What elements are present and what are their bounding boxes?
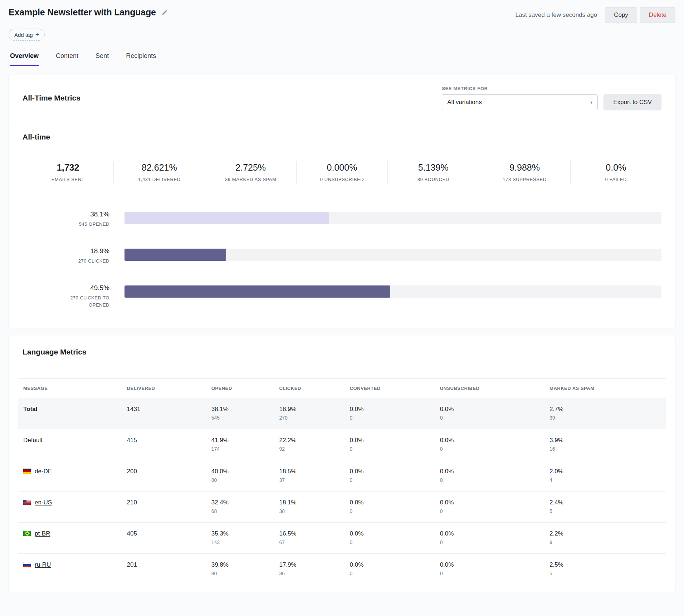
- cell-percent: 38.1%: [211, 406, 269, 413]
- cell-percent: 0.0%: [440, 499, 539, 506]
- all-time-title: All-time: [23, 133, 661, 141]
- unsubscribed-cell: 0.0% 0: [435, 491, 544, 522]
- cell-count: 0: [350, 477, 430, 483]
- cell-count: 174: [211, 446, 269, 452]
- copy-button[interactable]: Copy: [605, 7, 637, 23]
- cell-percent: 0.0%: [350, 406, 430, 413]
- stats-row: 1,732 EMAILS SENT 82.621% 1,431 DELIVERE…: [23, 150, 661, 196]
- column-header: CONVERTED: [345, 378, 435, 398]
- message-label: Total: [23, 406, 37, 412]
- tab-overview[interactable]: Overview: [10, 52, 39, 66]
- column-header: CLICKED: [274, 378, 345, 398]
- bar-fill: [124, 249, 226, 261]
- edit-title-button[interactable]: [160, 8, 169, 17]
- cell-percent: 18.5%: [279, 468, 339, 475]
- stat-value: 0.000%: [299, 162, 385, 173]
- unsubscribed-cell: 0.0% 0: [435, 522, 544, 553]
- all-time-section: All-time 1,732 EMAILS SENT 82.621% 1,431…: [9, 122, 675, 328]
- us-flag-icon: [23, 500, 31, 505]
- variations-select-value: All variations: [447, 99, 482, 106]
- tab-recipients[interactable]: Recipients: [126, 52, 156, 66]
- cell-count: 0: [440, 415, 539, 421]
- cell-percent: 0.0%: [350, 468, 430, 475]
- delete-button[interactable]: Delete: [640, 7, 675, 23]
- delivered-cell: 201: [122, 553, 206, 585]
- cell-count: 0: [350, 415, 430, 421]
- converted-cell: 0.0% 0: [345, 460, 435, 491]
- delivered-cell: 1431: [122, 398, 206, 429]
- message-cell: en-US: [18, 491, 122, 522]
- cell-count: 80: [211, 477, 269, 483]
- all-time-metrics-card: All-Time Metrics SEE METRICS FOR All var…: [9, 74, 675, 328]
- spam-cell: 2.5% 5: [544, 553, 666, 585]
- metrics-card-title: All-Time Metrics: [23, 94, 80, 102]
- clicked-cell: 16.5% 67: [274, 522, 345, 553]
- bar-track: [124, 285, 661, 298]
- message-cell: Total: [18, 398, 122, 429]
- stat: 1,732 EMAILS SENT: [23, 161, 113, 184]
- metrics-for-controls: SEE METRICS FOR All variations ▾ Export …: [442, 86, 661, 110]
- bar-meta: 49.5% 270 CLICKED TO OPENED: [23, 284, 124, 309]
- bar-percent: 18.9%: [23, 247, 109, 255]
- stat: 0.000% 0 UNSUBSCRIBED: [296, 161, 387, 184]
- spam-cell: 2.4% 5: [544, 491, 666, 522]
- message-link[interactable]: de-DE: [35, 468, 52, 475]
- table-row: de-DE 200 40.0% 80 18.5% 37 0.0% 0 0.0% …: [18, 460, 666, 491]
- stat: 5.139% 89 BOUNCED: [387, 161, 479, 184]
- cell-count: 36: [279, 571, 339, 576]
- bar-fill: [124, 212, 329, 224]
- opened-cell: 35.3% 143: [206, 522, 274, 553]
- cell-count: 39: [549, 415, 661, 421]
- converted-cell: 0.0% 0: [345, 522, 435, 553]
- cell-count: 67: [279, 539, 339, 545]
- stat-label: 1,431 DELIVERED: [117, 177, 202, 182]
- cell-percent: 2.2%: [549, 530, 661, 537]
- stat-value: 82.621%: [117, 162, 202, 173]
- stat-label: 0 FAILED: [573, 177, 659, 182]
- cell-percent: 18.1%: [279, 499, 339, 506]
- message-link[interactable]: en-US: [35, 499, 52, 506]
- see-metrics-for-label: SEE METRICS FOR: [442, 86, 598, 91]
- cell-percent: 39.8%: [211, 561, 269, 568]
- cell-count: 0: [350, 539, 430, 545]
- cell-count: 143: [211, 539, 269, 545]
- bar-meta: 18.9% 270 CLICKED: [23, 247, 124, 265]
- cell-percent: 40.0%: [211, 468, 269, 475]
- message-link[interactable]: Default: [23, 437, 43, 444]
- language-card-title: Language Metrics: [23, 348, 87, 356]
- opened-cell: 32.4% 68: [206, 491, 274, 522]
- tab-content[interactable]: Content: [56, 52, 78, 66]
- message-link[interactable]: ru-RU: [35, 561, 51, 568]
- cell-percent: 0.0%: [350, 437, 430, 444]
- tab-sent[interactable]: Sent: [96, 52, 109, 66]
- unsubscribed-cell: 0.0% 0: [435, 429, 544, 460]
- table-row: ru-RU 201 39.8% 80 17.9% 36 0.0% 0 0.0% …: [18, 553, 666, 585]
- add-tag-button[interactable]: Add tag +: [9, 29, 45, 41]
- de-flag-icon: [23, 469, 31, 474]
- cell-count: 0: [440, 446, 539, 452]
- stat-label: 173 SUPPRESSED: [482, 177, 567, 182]
- cell-count: 37: [279, 477, 339, 483]
- chevron-down-icon: ▾: [590, 100, 592, 105]
- export-csv-button[interactable]: Export to CSV: [604, 94, 661, 110]
- cell-percent: 35.3%: [211, 530, 269, 537]
- page-title: Example Newsletter with Language: [9, 7, 156, 18]
- title-wrap: Example Newsletter with Language: [9, 7, 169, 18]
- bar-label: 270 CLICKED TO OPENED: [52, 294, 109, 309]
- message-link[interactable]: pt-BR: [35, 530, 50, 537]
- bar-fill: [124, 285, 390, 298]
- cell-count: 0: [350, 446, 430, 452]
- cell-percent: 0.0%: [440, 406, 539, 413]
- plus-icon: +: [35, 31, 39, 38]
- cell-percent: 0.0%: [440, 530, 539, 537]
- clicked-cell: 18.1% 38: [274, 491, 345, 522]
- clicked-cell: 17.9% 36: [274, 553, 345, 585]
- stat-label: 0 UNSUBSCRIBED: [299, 177, 385, 182]
- variations-select[interactable]: All variations ▾: [442, 94, 598, 110]
- converted-cell: 0.0% 0: [345, 491, 435, 522]
- stat-value: 2.725%: [208, 162, 293, 173]
- column-header: UNSUBSCRIBED: [435, 378, 544, 398]
- cell-percent: 41.9%: [211, 437, 269, 444]
- cell-percent: 2.5%: [549, 561, 661, 568]
- language-metrics-card: Language Metrics MESSAGEDELIVEREDOPENEDC…: [9, 336, 675, 592]
